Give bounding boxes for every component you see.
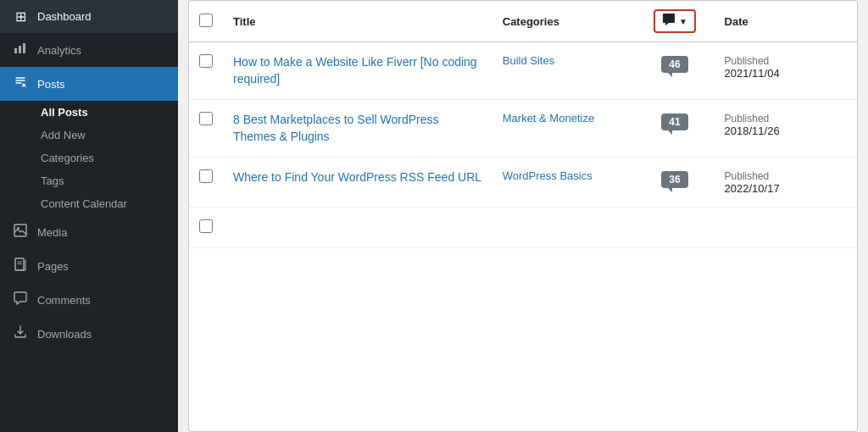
sidebar-item-label: Media [37, 226, 67, 239]
sidebar-item-label: Pages [37, 260, 69, 273]
post-comments-cell: 36 [635, 158, 714, 208]
post-status: Published [725, 170, 770, 182]
post-date-cell: Published 2018/11/26 [715, 100, 857, 158]
sidebar-item-label: Comments [37, 294, 91, 307]
post-title-cell: 8 Best Marketplaces to Sell WordPress Th… [223, 100, 492, 158]
post-date: 2018/11/26 [725, 125, 780, 137]
post-status: Published [725, 113, 770, 125]
empty-cell [223, 208, 857, 248]
table-row: 8 Best Marketplaces to Sell WordPress Th… [189, 100, 857, 158]
downloads-icon [12, 325, 29, 342]
analytics-icon [12, 42, 29, 58]
comment-count-badge[interactable]: 41 [661, 114, 688, 130]
sidebar: ⊞ Dashboard Analytics Posts All Posts Ad… [0, 0, 178, 432]
svg-rect-2 [23, 43, 25, 53]
post-date-cell: Published 2021/11/04 [715, 42, 857, 100]
svg-point-4 [17, 227, 19, 230]
sidebar-item-pages[interactable]: Pages [0, 249, 178, 283]
post-title-link[interactable]: How to Make a Website Like Fiverr [No co… [233, 55, 477, 86]
svg-rect-0 [14, 48, 17, 53]
sidebar-item-label: Downloads [37, 328, 92, 341]
row-checkbox[interactable] [199, 219, 213, 233]
post-title-cell: Where to Find Your WordPress RSS Feed UR… [223, 158, 492, 208]
comments-icon [12, 291, 29, 308]
row-checkbox-cell [189, 42, 223, 100]
sidebar-item-analytics[interactable]: Analytics [0, 33, 178, 67]
row-checkbox[interactable] [199, 54, 213, 68]
th-checkbox [189, 1, 223, 42]
sort-arrow-icon: ▼ [679, 17, 687, 26]
row-checkbox[interactable] [199, 169, 213, 183]
media-icon [12, 224, 29, 241]
category-link[interactable]: Market & Monetize [503, 112, 594, 125]
comment-count-badge[interactable]: 46 [661, 56, 688, 73]
table-row-empty [189, 208, 857, 248]
submenu-tags[interactable]: Tags [0, 169, 178, 192]
sidebar-item-comments[interactable]: Comments [0, 283, 178, 317]
submenu-categories[interactable]: Categories [0, 147, 178, 169]
row-checkbox[interactable] [199, 112, 213, 125]
th-title[interactable]: Title [223, 1, 492, 42]
table-row: Where to Find Your WordPress RSS Feed UR… [189, 158, 857, 208]
category-link[interactable]: Build Sites [503, 54, 554, 67]
post-date-cell: Published 2022/10/17 [715, 158, 857, 208]
sidebar-item-label: Dashboard [37, 10, 92, 23]
th-categories[interactable]: Categories [492, 1, 636, 42]
pages-icon [12, 258, 29, 274]
row-checkbox-cell [189, 158, 223, 208]
row-checkbox-cell [189, 100, 223, 158]
th-comments[interactable]: ▼ [635, 1, 714, 42]
posts-submenu: All Posts Add New Categories Tags Conten… [0, 101, 178, 215]
post-title-link[interactable]: 8 Best Marketplaces to Sell WordPress Th… [233, 113, 439, 143]
th-date[interactable]: Date [715, 1, 857, 42]
posts-table-wrap: Title Categories ▼ Date [188, 0, 858, 432]
sidebar-item-posts[interactable]: Posts [0, 67, 178, 101]
submenu-add-new[interactable]: Add New [0, 124, 178, 147]
post-comments-cell: 41 [635, 100, 714, 158]
sidebar-item-label: Analytics [37, 44, 81, 57]
main-content: Title Categories ▼ Date [178, 0, 868, 432]
submenu-all-posts[interactable]: All Posts [0, 101, 178, 124]
row-checkbox-cell [189, 208, 223, 248]
svg-rect-1 [19, 46, 21, 53]
submenu-content-calendar[interactable]: Content Calendar [0, 192, 178, 215]
category-link[interactable]: WordPress Basics [503, 169, 593, 182]
post-category-cell: Market & Monetize [492, 100, 636, 158]
post-comments-cell: 46 [635, 42, 714, 100]
post-title-link[interactable]: Where to Find Your WordPress RSS Feed UR… [233, 170, 481, 184]
post-status: Published [725, 55, 770, 67]
select-all-checkbox[interactable] [199, 14, 213, 27]
table-row: How to Make a Website Like Fiverr [No co… [189, 42, 857, 100]
posts-table: Title Categories ▼ Date [189, 1, 857, 248]
dashboard-icon: ⊞ [12, 8, 29, 25]
posts-icon [12, 75, 29, 92]
sidebar-item-media[interactable]: Media [0, 215, 178, 249]
post-date: 2022/10/17 [725, 182, 780, 195]
sidebar-item-downloads[interactable]: Downloads [0, 317, 178, 351]
post-date: 2021/11/04 [725, 67, 780, 80]
post-title-cell: How to Make a Website Like Fiverr [No co… [223, 42, 492, 100]
post-category-cell: WordPress Basics [492, 158, 636, 208]
post-category-cell: Build Sites [492, 42, 636, 100]
comments-sort-button[interactable]: ▼ [654, 9, 696, 33]
comment-bubble-icon [662, 13, 676, 30]
sidebar-item-label: Posts [37, 78, 65, 91]
comment-count-badge[interactable]: 36 [661, 171, 688, 188]
sidebar-item-dashboard[interactable]: ⊞ Dashboard [0, 0, 178, 33]
